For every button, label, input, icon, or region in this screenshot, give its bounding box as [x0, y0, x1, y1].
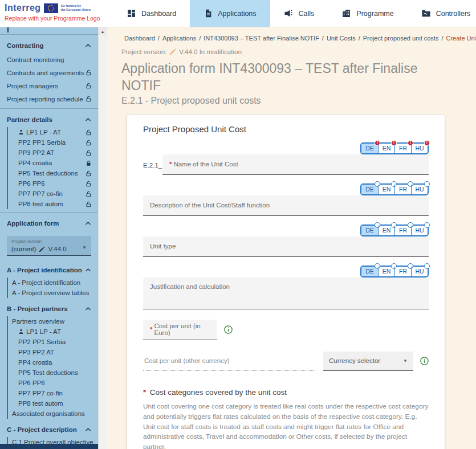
- sidebar-item-b-pp5[interactable]: PP5 Test deductions: [8, 368, 98, 378]
- breadcrumb-applications[interactable]: Applications: [162, 35, 196, 42]
- info-icon[interactable]: [224, 325, 233, 334]
- sidebar-scrollbar[interactable]: ▲: [98, 27, 107, 449]
- sidebar-item-b-pp8[interactable]: PP8 test autom: [8, 398, 98, 409]
- lock-open-icon: [86, 70, 92, 76]
- sidebar-item-project-reporting-schedule[interactable]: Project reporting schedule: [0, 92, 98, 105]
- nav-calls[interactable]: Calls: [270, 0, 328, 27]
- unit-type-input[interactable]: Unit type: [143, 236, 429, 257]
- item-label: PP5 Test deductions: [18, 170, 78, 177]
- breadcrumb-project[interactable]: INT4300093 – TEST after Finalise NOTIF: [204, 35, 319, 42]
- sidebar-item-pp3[interactable]: PP3 PP2 AT: [8, 148, 98, 158]
- justification-textarea[interactable]: Justification and calculation: [143, 277, 429, 309]
- empty-badge: [424, 181, 430, 187]
- tab-lang-en[interactable]: EN: [378, 185, 394, 194]
- section-label: Application form: [7, 220, 59, 227]
- description-input[interactable]: Description of the Unit Cost/Staff funct…: [143, 195, 429, 216]
- section-label: A - Project identification: [7, 267, 82, 274]
- tab-lang-hu[interactable]: HU!: [411, 144, 428, 153]
- section-label: C - Project description: [7, 426, 77, 433]
- sidebar-item-a-identification[interactable]: A - Project identification: [8, 277, 98, 288]
- item-label: LP1 LP - AT: [26, 129, 61, 136]
- tab-lang-fr[interactable]: FR: [394, 267, 411, 276]
- tab-lang-de[interactable]: DE!: [361, 144, 378, 153]
- scroll-up-arrow-icon[interactable]: ▲: [99, 27, 107, 35]
- tab-lang-en[interactable]: EN!: [378, 144, 394, 153]
- item-label: Project reporting schedule: [7, 96, 83, 103]
- chevron-up-icon: [85, 43, 91, 48]
- item-label: PP2 PP1 Serbia: [18, 139, 66, 146]
- tab-lang-en[interactable]: EN: [378, 226, 394, 235]
- sidebar-item-b-pp7[interactable]: PP7 PP7 co-fin: [8, 388, 98, 398]
- lock-open-icon: [86, 150, 92, 156]
- sidebar-section-b[interactable]: B - Project partners: [0, 301, 98, 316]
- sidebar-section-contracting[interactable]: Contracting: [0, 38, 98, 53]
- sidebar-item-pp8[interactable]: PP8 test autom: [8, 199, 98, 209]
- tab-label: FR: [399, 186, 407, 193]
- tab-lang-fr[interactable]: FR!: [394, 144, 411, 153]
- sidebar-item-b-pp6[interactable]: PP6 PP6: [8, 378, 98, 388]
- sidebar-item-pp6[interactable]: PP6 PP6: [8, 178, 98, 189]
- sidebar-item-a-overview-tables[interactable]: A - Project overview tables: [8, 288, 98, 298]
- tab-lang-hu[interactable]: HU: [411, 267, 428, 276]
- tab-lang-en[interactable]: EN: [378, 267, 394, 276]
- tab-lang-hu[interactable]: HU: [411, 185, 428, 194]
- sidebar-item-project-managers[interactable]: Project managers: [0, 79, 98, 92]
- sidebar-item-lp1[interactable]: LP1 LP - AT: [8, 127, 98, 137]
- tab-lang-fr[interactable]: FR: [394, 185, 411, 194]
- sidebar-item-partners-overview[interactable]: Partners overview: [8, 316, 98, 326]
- sidebar-item-contracts-agreements[interactable]: Contracts and agreements: [0, 66, 98, 79]
- sidebar-item-associated-organisations[interactable]: Associated organisations: [8, 409, 98, 419]
- item-label: PP7 PP7 co-fin: [18, 390, 63, 397]
- name-of-unit-cost-input[interactable]: * Name of the Unit Cost: [162, 154, 429, 175]
- breadcrumb-separator: /: [158, 35, 160, 42]
- nav-applications[interactable]: Applications: [190, 0, 270, 27]
- breadcrumb-unit-costs[interactable]: Unit Costs: [327, 35, 356, 42]
- nav-programme[interactable]: Programme: [328, 0, 407, 27]
- breadcrumb-dashboard[interactable]: Dashboard: [124, 35, 155, 42]
- sidebar-item-pp2[interactable]: PP2 PP1 Serbia: [8, 137, 98, 148]
- calls-icon: [284, 9, 294, 18]
- lock-open-icon: [86, 96, 92, 102]
- sidebar-section-a[interactable]: A - Project identification: [0, 263, 98, 277]
- item-label: PP5 Test deductions: [18, 369, 78, 376]
- sidebar-item-b-pp4[interactable]: PP4 croatia: [8, 357, 98, 368]
- info-icon[interactable]: [420, 357, 429, 365]
- sidebar-item-pp5[interactable]: PP5 Test deductions: [8, 168, 98, 178]
- lock-open-icon: [86, 181, 92, 187]
- tab-label: DE: [365, 268, 374, 275]
- breadcrumb-proposed-unit-costs[interactable]: Project proposed unit costs: [363, 35, 439, 42]
- currency-selector[interactable]: Currency selector ▼: [323, 352, 413, 371]
- tab-lang-fr[interactable]: FR: [394, 226, 411, 235]
- sidebar-section-partner-details[interactable]: Partner details: [0, 112, 98, 127]
- item-label: A - Project overview tables: [12, 289, 89, 296]
- item-label: PP2 PP1 Serbia: [18, 338, 66, 345]
- tab-label: DE: [365, 145, 374, 152]
- sidebar-item-b-lp1[interactable]: LP1 LP - AT: [8, 326, 98, 337]
- sidebar-item-contract-monitoring[interactable]: Contract monitoring: [0, 53, 98, 66]
- tab-lang-hu[interactable]: HU: [411, 226, 428, 235]
- sidebar-item-pp7[interactable]: PP7 PP7 co-fin: [8, 189, 98, 199]
- breadcrumb-current: Create Unit Cost: [446, 35, 476, 42]
- language-tabs-unit-type: DE EN FR HU: [360, 224, 429, 236]
- project-version-select[interactable]: Project version (current) V.44.0 ▼: [7, 236, 91, 256]
- nav-label: Programme: [356, 10, 393, 18]
- tab-label: FR: [399, 268, 407, 275]
- top-navigation-bar: Interreg Co-funded by the European Union…: [0, 0, 476, 27]
- tab-lang-de[interactable]: DE: [361, 267, 378, 276]
- page-title: Application form INT4300093 – TEST after…: [121, 60, 444, 95]
- cost-per-unit-input[interactable]: * Cost per unit (in Euro): [143, 320, 217, 340]
- sidebar-item-b-pp3[interactable]: PP3 PP2 AT: [8, 347, 98, 357]
- tab-lang-de[interactable]: DE: [361, 185, 378, 194]
- tab-label: FR: [399, 227, 407, 234]
- item-label: PP6 PP6: [18, 379, 45, 386]
- controllers-icon: [421, 9, 431, 18]
- eu-cofunded-label: Co-funded by the European Union: [61, 4, 91, 12]
- sidebar-section-c[interactable]: C - Project description: [0, 422, 98, 437]
- sidebar-item-b-pp2[interactable]: PP2 PP1 Serbia: [8, 337, 98, 347]
- nav-controllers[interactable]: Controllers: [408, 0, 476, 27]
- tab-label: EN: [383, 227, 391, 234]
- sidebar-section-application-form[interactable]: Application form: [0, 216, 98, 231]
- sidebar-item-pp4[interactable]: PP4 croatia: [8, 158, 98, 168]
- nav-dashboard[interactable]: Dashboard: [113, 0, 190, 27]
- tab-lang-de[interactable]: DE: [361, 226, 378, 235]
